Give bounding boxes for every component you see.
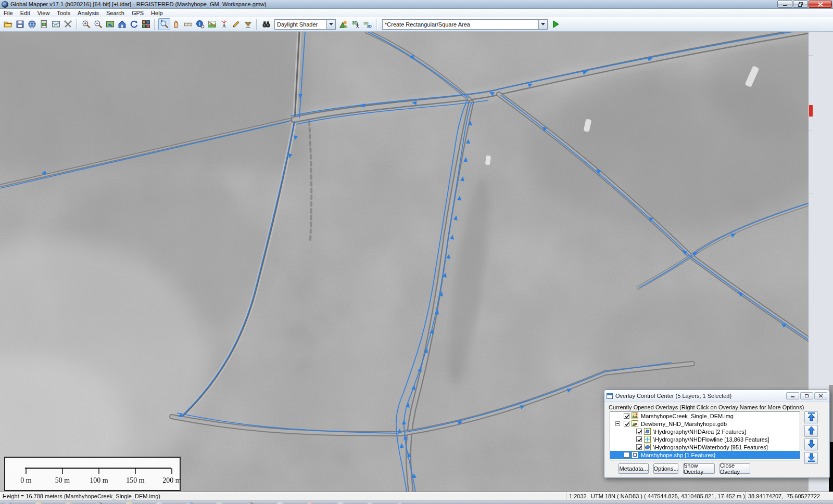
online-data-icon[interactable] [26,18,38,30]
zoom-out-icon[interactable] [92,18,104,30]
map-views-icon[interactable] [140,18,152,30]
configuration-icon[interactable] [62,18,74,30]
view-3d-icon[interactable]: 3D3D [362,18,374,30]
menu-gps[interactable]: GPS [128,9,147,17]
digitizer-combo[interactable]: *Create Rectangular/Square Area [382,19,548,30]
layer-checkbox[interactable] [624,413,629,419]
move-down-button[interactable] [804,438,818,450]
fill-dropdown-icon[interactable] [242,18,254,30]
dialog-minimize-button[interactable] [786,392,799,399]
menu-file[interactable]: File [0,9,17,17]
layer-row[interactable]: MarshyhopeCreek_Single_DEM.img [610,412,800,420]
svg-text:150 m: 150 m [126,476,145,484]
shader-combo-value: Daylight Shader [275,21,326,28]
metadata-button[interactable]: Metadata... [619,463,649,474]
taskbar-app-icon[interactable] [397,502,405,504]
chevron-down-icon[interactable] [538,20,547,29]
area-layer-icon [644,428,651,435]
move-top-icon [807,412,815,422]
measure-icon[interactable] [182,18,194,30]
layer-label: Dewberry_NHD_Marshyhope.gdb [641,421,727,427]
svg-text:100 m: 100 m [90,476,108,484]
chevron-down-icon[interactable] [326,20,335,29]
tree-collapse-icon[interactable] [615,421,620,426]
svg-text:3D: 3D [367,24,372,29]
path-profile-icon[interactable] [206,18,218,30]
move-bottom-button[interactable] [804,452,818,464]
global-mapper-window: Global Mapper v17.1 (b020216) [64-bit] [… [0,0,833,504]
taskbar-app-icon[interactable] [95,502,103,504]
layer-label: \Hydrography\NHDWaterbody [951 Features] [653,444,768,450]
restore-button[interactable] [793,1,808,8]
show-overlay-button[interactable]: Show Overlay [683,463,715,474]
menu-edit[interactable]: Edit [17,9,34,17]
taskbar-app-icon[interactable] [185,502,194,504]
taskbar-app-icon[interactable] [155,502,163,504]
taskbar-app-icon[interactable] [216,502,224,504]
taskbar-app-icon[interactable] [34,502,43,504]
taskbar-app-icon[interactable] [367,502,375,504]
layer-checkbox[interactable] [636,436,642,442]
taskbar-app-icon[interactable] [246,502,254,504]
layer-checkbox[interactable] [636,429,642,434]
search-icon[interactable] [260,18,272,30]
menu-tools[interactable]: Tools [53,9,74,17]
export-icon[interactable] [38,18,50,30]
menu-help[interactable]: Help [147,9,167,17]
save-icon[interactable] [14,18,26,30]
redraw-icon[interactable] [128,18,140,30]
options-button[interactable]: Options... [653,463,678,474]
move-top-button[interactable] [804,411,818,423]
walk-3d-icon[interactable]: 3D [350,18,362,30]
layer-row[interactable]: Dewberry_NHD_Marshyhope.gdb [610,420,800,428]
layer-row[interactable]: \Hydrography\NHDWaterbody [951 Features] [610,443,800,451]
windows-taskbar[interactable] [0,500,833,504]
full-extent-icon[interactable] [104,18,116,30]
layer-list[interactable]: MarshyhopeCreek_Single_DEM.imgDewberry_N… [610,411,800,460]
menu-search[interactable]: Search [103,9,128,17]
dialog-title-bar[interactable]: Overlay Control Center (5 Layers, 1 Sele… [604,390,829,402]
map-catalog-icon[interactable] [50,18,62,30]
layer-row[interactable]: \Hydrography\NHDArea [2 Features] [610,428,800,435]
minimize-button[interactable] [777,1,792,8]
home-view-icon[interactable] [116,18,128,30]
layer-checkbox[interactable] [624,421,629,427]
pan-tool-icon[interactable] [170,18,182,30]
taskbar-app-icon[interactable] [125,502,133,504]
dialog-title: Overlay Control Center (5 Layers, 1 Sele… [615,393,731,399]
digitizer-icon[interactable] [230,18,242,30]
layer-checkbox[interactable] [636,444,642,450]
status-lat-lon: 38.94174207, -75.60527722 [746,492,833,500]
feature-info-icon[interactable]: i [194,18,206,30]
menu-view[interactable]: View [34,9,54,17]
layer-row[interactable]: \Hydrography\NHDFlowline [13,863 Feature… [610,435,800,443]
taskbar-app-icon[interactable] [4,502,12,504]
taskbar-app-icon[interactable] [65,502,73,504]
zoom-in-icon[interactable] [80,18,92,30]
taskbar-app-icon[interactable] [276,502,284,504]
zoom-tool-icon[interactable] [158,18,170,30]
menu-analysis[interactable]: Analysis [74,9,103,17]
run-icon[interactable] [550,18,562,30]
close-overlay-button[interactable]: Close Overlay [720,463,750,474]
layer-label: \Hydrography\NHDFlowline [13,863 Feature… [653,436,769,443]
layer-label: MarshyhopeCreek_Single_DEM.img [641,413,734,419]
shader-combo[interactable]: Daylight Shader [274,19,336,30]
title-bar: Global Mapper v17.1 (b020216) [64-bit] [… [0,0,833,9]
status-bar: Height = 16.788 meters (MarshyhopeCreek_… [0,492,833,500]
view-shed-icon[interactable] [218,18,230,30]
move-up-button[interactable] [804,425,818,437]
close-button[interactable] [809,1,832,8]
dialog-icon [607,393,613,399]
layer-row[interactable]: Marshyhope.shp [1 Features] [610,451,800,459]
taskbar-app-icon[interactable] [336,502,345,504]
toolbar-separator [256,19,258,30]
dialog-maximize-button[interactable] [800,392,813,399]
open-file-icon[interactable] [2,18,14,30]
overlay-control-center-dialog: Overlay Control Center (5 Layers, 1 Sele… [604,390,830,478]
app-logo-icon [2,1,8,8]
layer-checkbox[interactable] [624,452,629,458]
dialog-close-button[interactable] [814,392,827,399]
hillshade-toggle-icon[interactable] [338,18,350,30]
taskbar-app-icon[interactable] [306,502,314,504]
